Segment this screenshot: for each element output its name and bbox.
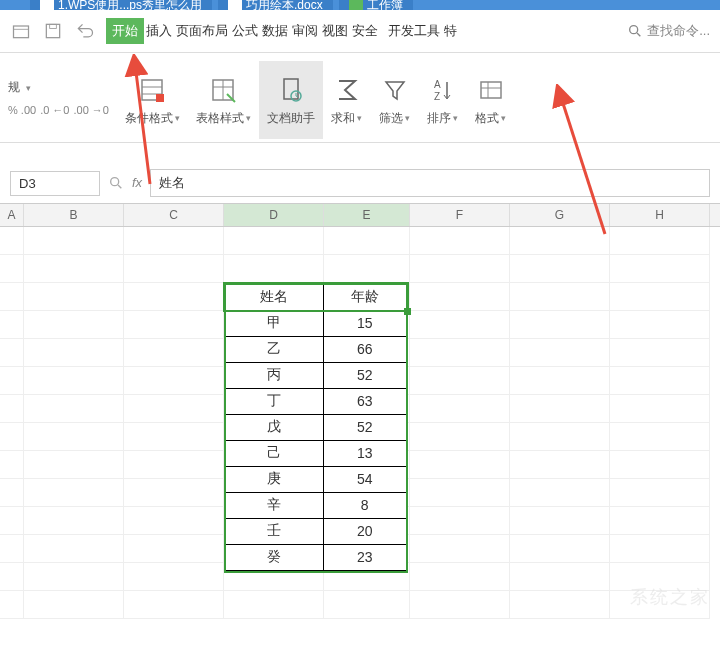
table-row[interactable]: 癸23 [225, 544, 407, 570]
table-row[interactable]: 壬20 [225, 518, 407, 544]
cell[interactable] [0, 255, 24, 283]
cell[interactable] [610, 507, 710, 535]
cell[interactable] [610, 479, 710, 507]
cell[interactable] [410, 311, 510, 339]
cell[interactable] [124, 563, 224, 591]
cell[interactable] [0, 311, 24, 339]
doc-tab[interactable]: 工作簿 [339, 0, 413, 10]
cell[interactable] [410, 535, 510, 563]
cell[interactable] [0, 367, 24, 395]
cell[interactable] [0, 507, 24, 535]
grid-body[interactable]: 姓名年龄甲15乙66丙52丁63戊52己13庚54辛8壬20癸23 [0, 227, 720, 619]
cell[interactable] [410, 367, 510, 395]
cell[interactable] [510, 563, 610, 591]
cell[interactable] [0, 479, 24, 507]
cell[interactable] [124, 479, 224, 507]
command-search[interactable]: 查找命令... [627, 22, 710, 40]
table-row[interactable]: 戊52 [225, 414, 407, 440]
cell[interactable] [510, 311, 610, 339]
cell[interactable] [510, 367, 610, 395]
cell[interactable] [610, 283, 710, 311]
menu-tab-view[interactable]: 视图 [320, 18, 350, 44]
table-cell[interactable]: 15 [323, 310, 407, 336]
cell[interactable] [24, 423, 124, 451]
cell[interactable] [124, 507, 224, 535]
cell[interactable] [0, 563, 24, 591]
table-header[interactable]: 姓名 [225, 284, 323, 310]
cell[interactable] [610, 395, 710, 423]
cell[interactable] [410, 451, 510, 479]
cell[interactable] [510, 227, 610, 255]
cell[interactable] [124, 395, 224, 423]
cell[interactable] [324, 227, 410, 255]
cell[interactable] [324, 255, 410, 283]
table-cell[interactable]: 癸 [225, 544, 323, 570]
cell[interactable] [510, 451, 610, 479]
cell[interactable] [610, 535, 710, 563]
cell[interactable] [610, 227, 710, 255]
table-cell[interactable]: 丁 [225, 388, 323, 414]
cell[interactable] [610, 423, 710, 451]
cell[interactable] [510, 591, 610, 619]
table-cell[interactable]: 52 [323, 414, 407, 440]
cell[interactable] [24, 535, 124, 563]
cell[interactable] [24, 507, 124, 535]
home-icon[interactable] [10, 21, 32, 41]
col-header-A[interactable]: A [0, 204, 24, 226]
cell[interactable] [0, 423, 24, 451]
cell[interactable] [410, 479, 510, 507]
fx-label[interactable]: fx [132, 175, 142, 191]
col-header-E[interactable]: E [324, 204, 410, 226]
cell[interactable] [24, 367, 124, 395]
cell[interactable] [24, 395, 124, 423]
col-header-C[interactable]: C [124, 204, 224, 226]
ribbon-doc-helper-button[interactable]: 文档助手 [259, 61, 323, 139]
cell[interactable] [410, 283, 510, 311]
ribbon-sort-button[interactable]: AZ 排序▾ [419, 61, 467, 139]
ribbon-filter-button[interactable]: 筛选▾ [371, 61, 419, 139]
table-cell[interactable]: 23 [323, 544, 407, 570]
table-cell[interactable]: 13 [323, 440, 407, 466]
menu-tab-start[interactable]: 开始 [106, 18, 144, 44]
cell[interactable] [0, 451, 24, 479]
dec-inc-btn[interactable]: .00 →0 [74, 104, 109, 116]
ribbon-cond-fmt-button[interactable]: 条件格式▾ [117, 61, 188, 139]
cell[interactable] [410, 227, 510, 255]
cell[interactable] [24, 451, 124, 479]
menu-tab-layout[interactable]: 页面布局 [174, 18, 230, 44]
table-row[interactable]: 辛8 [225, 492, 407, 518]
cell[interactable] [610, 451, 710, 479]
cell[interactable] [0, 535, 24, 563]
table-cell[interactable]: 戊 [225, 414, 323, 440]
cell[interactable] [410, 507, 510, 535]
menu-tab-formula[interactable]: 公式 [230, 18, 260, 44]
cell[interactable] [510, 395, 610, 423]
ribbon-format-button[interactable]: 格式▾ [467, 61, 515, 139]
cell[interactable] [0, 283, 24, 311]
table-row[interactable]: 甲15 [225, 310, 407, 336]
cell[interactable] [124, 311, 224, 339]
table-cell[interactable]: 己 [225, 440, 323, 466]
cell[interactable] [510, 255, 610, 283]
cell[interactable] [224, 227, 324, 255]
cell[interactable] [124, 255, 224, 283]
cell[interactable] [24, 227, 124, 255]
cell[interactable] [224, 591, 324, 619]
cell[interactable] [24, 283, 124, 311]
table-cell[interactable]: 庚 [225, 466, 323, 492]
cell[interactable] [410, 591, 510, 619]
cell[interactable] [510, 423, 610, 451]
cell[interactable] [510, 339, 610, 367]
cell[interactable] [124, 283, 224, 311]
table-cell[interactable]: 壬 [225, 518, 323, 544]
menu-tab-extra[interactable]: 特 [442, 18, 459, 44]
cell[interactable] [0, 395, 24, 423]
cell[interactable] [410, 339, 510, 367]
cell[interactable] [24, 591, 124, 619]
cell[interactable] [124, 423, 224, 451]
cell[interactable] [124, 227, 224, 255]
col-header-G[interactable]: G [510, 204, 610, 226]
table-row[interactable]: 丁63 [225, 388, 407, 414]
doc-tab[interactable]: 巧用绘本.docx [218, 0, 333, 10]
menu-tab-devtools[interactable]: 开发工具 [386, 18, 442, 44]
